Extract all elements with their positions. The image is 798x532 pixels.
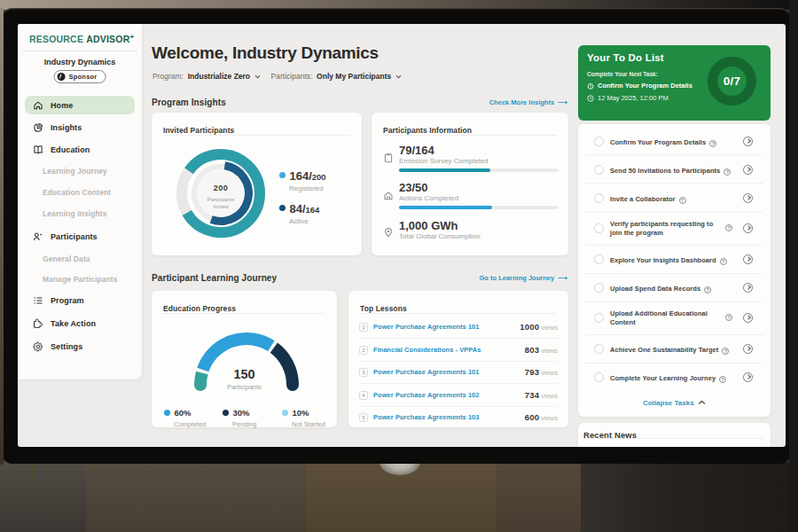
svg-text:Invited: Invited <box>213 204 228 209</box>
svg-text:200: 200 <box>214 184 229 192</box>
svg-text:Participants: Participants <box>207 197 234 202</box>
